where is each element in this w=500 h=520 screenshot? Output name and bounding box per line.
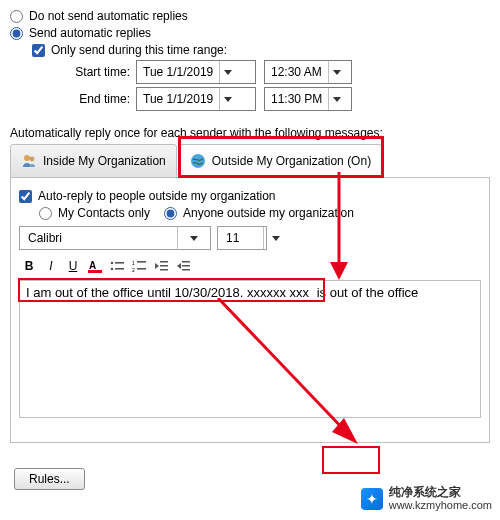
highlight-ok-area <box>322 446 380 474</box>
underline-button[interactable]: U <box>63 256 83 276</box>
rules-button[interactable]: Rules... <box>14 468 85 490</box>
svg-text:2: 2 <box>132 267 135 272</box>
end-time-value: 11:30 PM <box>271 92 322 106</box>
svg-rect-4 <box>88 270 102 273</box>
chk-auto-outside-label: Auto-reply to people outside my organiza… <box>38 189 275 203</box>
numbering-button[interactable]: 12 <box>129 256 149 276</box>
people-icon <box>21 153 37 169</box>
watermark-logo-icon: ✦ <box>361 488 383 510</box>
svg-text:1: 1 <box>132 260 135 266</box>
italic-button[interactable]: I <box>41 256 61 276</box>
svg-point-1 <box>30 157 35 162</box>
end-date-select[interactable]: Tue 1/1/2019 <box>136 87 256 111</box>
font-select[interactable]: Calibri <box>19 226 211 250</box>
radio-contacts-only[interactable] <box>39 207 52 220</box>
start-time-value: 12:30 AM <box>271 65 322 79</box>
tab-outside-label: Outside My Organization (On) <box>212 154 371 168</box>
font-size-value: 11 <box>218 231 247 245</box>
radio-no-auto-label: Do not send automatic replies <box>29 9 188 23</box>
radio-no-auto[interactable] <box>10 10 23 23</box>
radio-anyone-label: Anyone outside my organization <box>183 206 354 220</box>
watermark: ✦ 纯净系统之家 www.kzmyhome.com <box>361 486 492 512</box>
indent-button[interactable] <box>173 256 193 276</box>
svg-point-2 <box>191 154 205 168</box>
watermark-line2: www.kzmyhome.com <box>389 499 492 512</box>
tab-outside[interactable]: Outside My Organization (On) <box>179 144 382 178</box>
chevron-down-icon <box>263 227 288 249</box>
start-time-select[interactable]: 12:30 AM <box>264 60 352 84</box>
radio-contacts-only-label: My Contacts only <box>58 206 150 220</box>
svg-rect-6 <box>115 262 124 264</box>
end-time-select[interactable]: 11:30 PM <box>264 87 352 111</box>
font-color-button[interactable]: A <box>85 256 105 276</box>
start-time-label: Start time: <box>56 65 130 79</box>
message-part2: is out of the office <box>317 285 419 300</box>
svg-rect-14 <box>160 265 168 267</box>
svg-rect-10 <box>137 261 146 263</box>
chk-time-range[interactable] <box>32 44 45 57</box>
format-toolbar: B I U A 12 <box>19 256 481 276</box>
svg-rect-12 <box>137 268 146 270</box>
chevron-down-icon <box>328 88 345 110</box>
chevron-down-icon <box>219 88 236 110</box>
chevron-down-icon <box>328 61 345 83</box>
chevron-down-icon <box>219 61 236 83</box>
font-size-select[interactable]: 11 <box>217 226 267 250</box>
chk-time-range-label: Only send during this time range: <box>51 43 227 57</box>
end-date-value: Tue 1/1/2019 <box>143 92 213 106</box>
message-part1: I am out of the office until 10/30/2018.… <box>26 285 309 300</box>
svg-point-7 <box>111 268 114 271</box>
chk-auto-outside[interactable] <box>19 190 32 203</box>
svg-rect-13 <box>160 261 168 263</box>
svg-rect-15 <box>160 269 168 271</box>
svg-point-5 <box>111 262 114 265</box>
message-body[interactable]: I am out of the office until 10/30/2018.… <box>19 280 481 418</box>
bold-button[interactable]: B <box>19 256 39 276</box>
tab-inside[interactable]: Inside My Organization <box>10 144 177 178</box>
svg-rect-18 <box>182 269 190 271</box>
svg-rect-17 <box>182 265 190 267</box>
svg-rect-16 <box>182 261 190 263</box>
start-date-select[interactable]: Tue 1/1/2019 <box>136 60 256 84</box>
end-time-label: End time: <box>56 92 130 106</box>
bullets-button[interactable] <box>107 256 127 276</box>
start-date-value: Tue 1/1/2019 <box>143 65 213 79</box>
svg-point-0 <box>24 155 30 161</box>
radio-anyone[interactable] <box>164 207 177 220</box>
watermark-line1: 纯净系统之家 <box>389 486 492 499</box>
svg-text:A: A <box>89 260 96 271</box>
radio-send-auto[interactable] <box>10 27 23 40</box>
section-header: Automatically reply once for each sender… <box>10 126 490 140</box>
globe-icon <box>190 153 206 169</box>
font-value: Calibri <box>20 231 70 245</box>
tab-inside-label: Inside My Organization <box>43 154 166 168</box>
radio-send-auto-label: Send automatic replies <box>29 26 151 40</box>
chevron-down-icon <box>177 227 210 249</box>
outdent-button[interactable] <box>151 256 171 276</box>
svg-rect-8 <box>115 268 124 270</box>
